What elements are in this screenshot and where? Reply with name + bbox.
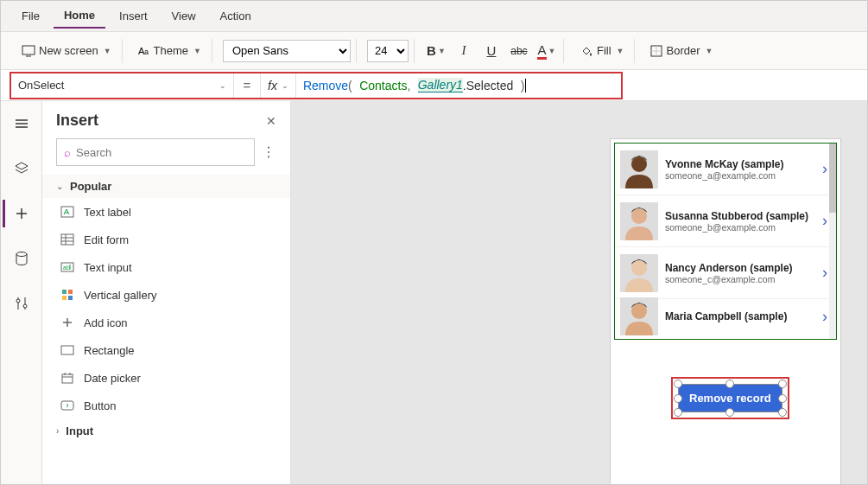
insert-date-picker[interactable]: Date picker <box>42 364 290 392</box>
search-input[interactable]: ⌕ Search <box>56 138 255 166</box>
menu-bar: File Home Insert View Action <box>1 1 867 32</box>
italic-button[interactable]: I <box>453 40 475 62</box>
svg-text:a: a <box>144 48 149 56</box>
menu-view[interactable]: View <box>162 4 206 28</box>
insert-rail-button[interactable] <box>3 200 37 227</box>
insert-text-label[interactable]: Text label <box>42 198 290 226</box>
resize-handle[interactable] <box>778 394 787 403</box>
resize-handle[interactable] <box>725 408 734 417</box>
resize-handle[interactable] <box>725 380 734 388</box>
formula-input[interactable]: Remove( Contacts, Gallery1.Selected ) <box>296 73 621 98</box>
theme-icon: Aa <box>138 45 150 57</box>
formula-control: Gallery1 <box>418 78 463 93</box>
contact-email: someone_a@example.com <box>665 170 812 181</box>
insert-text-input[interactable]: abText input <box>42 253 290 281</box>
insert-edit-form[interactable]: Edit form <box>42 226 290 253</box>
item-label: Add icon <box>84 316 128 329</box>
property-label: OnSelect <box>18 79 64 92</box>
border-label: Border <box>666 44 700 57</box>
contact-email: someone_c@example.com <box>665 274 812 284</box>
gallery-icon <box>60 287 75 303</box>
font-color-button[interactable]: A▼ <box>535 40 558 62</box>
formula-arg1: Contacts <box>359 79 407 93</box>
remove-record-button[interactable]: Remove record <box>678 384 782 412</box>
menu-insert[interactable]: Insert <box>109 4 158 28</box>
chevron-down-icon: ▼ <box>617 47 624 55</box>
category-popular[interactable]: ⌄ Popular <box>42 175 290 198</box>
chevron-down-icon: ▼ <box>438 47 446 55</box>
insert-rectangle[interactable]: Rectangle <box>42 336 290 364</box>
resize-handle[interactable] <box>778 380 787 388</box>
layers-button[interactable] <box>4 155 39 182</box>
avatar <box>620 202 658 240</box>
category-input[interactable]: › Input <box>42 419 290 443</box>
app-canvas[interactable]: Yvonne McKay (sample) someone_a@example.… <box>610 138 841 484</box>
svg-rect-32 <box>62 374 73 383</box>
new-screen-label: New screen <box>39 44 98 57</box>
property-select[interactable]: OnSelect ⌄ <box>11 73 234 98</box>
svg-point-14 <box>16 299 20 303</box>
insert-vertical-gallery[interactable]: Vertical gallery <box>42 281 290 309</box>
item-label: Edit form <box>84 233 129 246</box>
svg-point-44 <box>631 303 647 319</box>
insert-panel: Insert ✕ ⌕ Search ⋯ ⌄ Popular Text label… <box>42 101 291 484</box>
contact-name: Maria Campbell (sample) <box>665 310 812 322</box>
fill-icon <box>580 44 593 58</box>
menu-file[interactable]: File <box>11 4 50 28</box>
border-button[interactable]: Border ▼ <box>645 41 718 60</box>
resize-handle[interactable] <box>674 408 682 417</box>
new-screen-button[interactable]: New screen ▼ <box>16 41 117 60</box>
underline-button[interactable]: U <box>480 40 503 62</box>
insert-button[interactable]: Button <box>42 392 290 419</box>
close-icon[interactable]: ✕ <box>266 114 276 128</box>
chevron-down-icon: ▼ <box>706 47 713 55</box>
insert-add-icon[interactable]: Add icon <box>42 309 290 336</box>
resize-handle[interactable] <box>674 394 682 403</box>
menu-home[interactable]: Home <box>54 3 105 29</box>
calendar-icon <box>60 370 75 386</box>
chevron-right-icon: › <box>56 426 59 436</box>
svg-text:ab: ab <box>63 265 70 271</box>
data-button[interactable] <box>4 245 39 272</box>
insert-panel-title: Insert <box>56 112 98 130</box>
gallery-control[interactable]: Yvonne McKay (sample) someone_a@example.… <box>614 143 837 340</box>
tree-view-button[interactable] <box>4 110 39 137</box>
formula-prop: .Selected <box>463 79 513 93</box>
bold-button[interactable]: B▼ <box>425 40 447 62</box>
fill-button[interactable]: Fill ▼ <box>574 41 630 61</box>
resize-handle[interactable] <box>778 408 787 417</box>
more-icon[interactable]: ⋯ <box>261 145 277 160</box>
svg-rect-36 <box>61 401 73 410</box>
gallery-row[interactable]: Yvonne McKay (sample) someone_a@example.… <box>615 144 836 195</box>
fx-button[interactable]: fx⌄ <box>260 73 296 98</box>
screen-icon <box>22 45 35 57</box>
scroll-thumb[interactable] <box>829 144 836 213</box>
item-label: Rectangle <box>84 344 135 357</box>
gallery-text: Yvonne McKay (sample) someone_a@example.… <box>665 158 812 181</box>
theme-button[interactable]: Aa Theme ▼ <box>133 41 206 60</box>
gallery-row[interactable]: Susanna Stubberod (sample) someone_b@exa… <box>615 195 836 247</box>
canvas-area[interactable]: Yvonne McKay (sample) someone_a@example.… <box>291 101 867 484</box>
plus-icon <box>60 315 75 330</box>
search-icon: ⌕ <box>64 146 71 159</box>
item-label: Date picker <box>84 372 141 385</box>
tools-button[interactable] <box>4 290 39 317</box>
search-placeholder: Search <box>76 146 111 159</box>
strikethrough-button[interactable]: abc <box>508 40 530 62</box>
font-select[interactable]: Open Sans <box>223 40 351 62</box>
edit-form-icon <box>60 232 75 247</box>
gallery-row[interactable]: Nancy Anderson (sample) someone_c@exampl… <box>615 247 836 299</box>
scrollbar[interactable] <box>829 144 836 339</box>
formula-bar: OnSelect ⌄ = fx⌄ Remove( Contacts, Galle… <box>1 70 867 101</box>
button-icon <box>60 398 75 413</box>
font-size-select[interactable]: 24 <box>367 40 409 62</box>
resize-handle[interactable] <box>674 380 682 388</box>
gallery-text: Nancy Anderson (sample) someone_c@exampl… <box>665 262 812 284</box>
contact-name: Yvonne McKay (sample) <box>665 158 812 170</box>
text-input-icon: ab <box>60 259 75 275</box>
gallery-row[interactable]: Maria Campbell (sample) › <box>615 299 836 334</box>
svg-rect-0 <box>22 46 35 54</box>
text-label-icon <box>60 204 75 220</box>
menu-action[interactable]: Action <box>210 4 262 28</box>
chevron-down-icon: ▼ <box>104 47 111 55</box>
